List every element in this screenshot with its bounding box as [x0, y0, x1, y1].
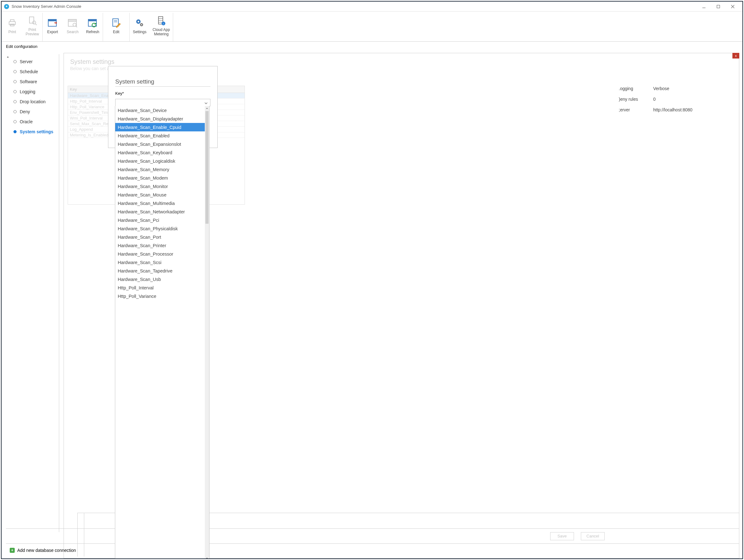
dropdown-option[interactable]: Hardware_Scan_Device: [115, 106, 205, 115]
svg-rect-1: [717, 5, 720, 8]
window-close-button[interactable]: [726, 2, 740, 11]
sidenav-item-oracle[interactable]: Oracle: [6, 117, 59, 127]
summary-value: http://localhost:8080: [653, 107, 692, 112]
ribbon-print-button[interactable]: Print: [2, 13, 22, 41]
dialog-title: System setting: [115, 78, 211, 87]
summary-values: .oggingVerbose)eny rules0;erverhttp://lo…: [619, 83, 732, 115]
svg-rect-13: [68, 19, 76, 21]
ribbon-export-button[interactable]: Export: [43, 13, 63, 41]
dropdown-option[interactable]: Hardware_Scan_Printer: [115, 241, 205, 250]
radio-bullet-icon: [13, 110, 16, 113]
key-combobox[interactable]: [115, 99, 211, 106]
page-magnify-icon: [27, 15, 38, 26]
server-info-icon: i: [156, 15, 166, 26]
svg-rect-5: [10, 20, 14, 22]
collapse-chevron-icon[interactable]: [7, 54, 9, 56]
document-tab[interactable]: Edit configuration: [2, 42, 742, 51]
sidenav-item-deny[interactable]: Deny: [6, 107, 59, 117]
svg-point-24: [141, 24, 142, 25]
sidenav-item-software[interactable]: Software: [6, 77, 59, 87]
radio-bullet-icon: [13, 70, 16, 73]
window-maximize-button[interactable]: [711, 2, 726, 11]
radio-bullet-icon: [13, 100, 16, 103]
summary-row: ;erverhttp://localhost:8080: [619, 105, 732, 115]
sidenav-item-label: Schedule: [20, 69, 38, 74]
window-title: Snow Inventory Server Admin Console: [11, 4, 81, 9]
scroll-up-icon[interactable]: [205, 106, 209, 111]
dropdown-option[interactable]: Hardware_Scan_Multimedia: [115, 199, 205, 207]
gears-icon: [134, 17, 145, 28]
svg-rect-17: [88, 19, 97, 21]
dropdown-option[interactable]: Hardware_Scan_Logicaldisk: [115, 157, 205, 165]
sidenav-item-label: Server: [20, 59, 33, 64]
ribbon: Print Print Preview Export: [2, 11, 742, 42]
dropdown-option[interactable]: Hardware_Scan_Port: [115, 233, 205, 241]
sidenav-item-schedule[interactable]: Schedule: [6, 67, 59, 77]
ribbon-settings-button[interactable]: Settings: [129, 13, 150, 41]
radio-bullet-icon: [13, 80, 16, 83]
sidenav-item-drop-location[interactable]: Drop location: [6, 97, 59, 107]
dropdown-option[interactable]: Hardware_Scan_Pci: [115, 216, 205, 224]
dropdown-option[interactable]: Hardware_Scan_Monitor: [115, 182, 205, 191]
document-pencil-icon: [111, 17, 121, 28]
summary-row: .oggingVerbose: [619, 83, 732, 94]
dropdown-option[interactable]: Hardware_Scan_Displayadapter: [115, 115, 205, 123]
dropdown-option[interactable]: Hardware_Scan_Usb: [115, 275, 205, 283]
ribbon-edit-button[interactable]: Edit: [103, 13, 129, 41]
calendar-refresh-icon: [87, 17, 98, 28]
chevron-down-icon: [204, 101, 209, 105]
sidenav-item-system-settings[interactable]: System settings: [6, 127, 59, 137]
sidenav-item-label: Oracle: [20, 119, 33, 124]
dropdown-option[interactable]: Hardware_Scan_Tapedrive: [115, 267, 205, 275]
sidenav-item-logging[interactable]: Logging: [6, 87, 59, 97]
dropdown-option[interactable]: Hardware_Scan_Expansionslot: [115, 140, 205, 148]
dropdown-option[interactable]: Hardware_Scan_Mouse: [115, 191, 205, 199]
svg-rect-7: [30, 17, 34, 23]
sidenav-item-label: Drop location: [20, 99, 46, 104]
dropdown-option[interactable]: Hardware_Scan_Enable_Cpuid: [115, 123, 205, 131]
plus-icon: +: [10, 548, 15, 553]
dropdown-option[interactable]: Hardware_Scan_Scsi: [115, 258, 205, 267]
summary-value: 0: [653, 97, 656, 102]
sidenav-item-label: Deny: [20, 109, 30, 114]
ribbon-cloud-metering-button[interactable]: i Cloud App Metering: [150, 13, 173, 41]
svg-rect-11: [48, 19, 57, 21]
summary-row: )eny rules0: [619, 94, 732, 105]
app-icon: [4, 4, 9, 9]
dropdown-option[interactable]: Hardware_Scan_Memory: [115, 165, 205, 174]
dropdown-option[interactable]: Hardware_Scan_Enabled: [115, 131, 205, 140]
dropdown-option[interactable]: Hardware_Scan_Modem: [115, 174, 205, 182]
panel-title: System settings: [70, 58, 733, 66]
sidenav-item-label: Software: [20, 79, 37, 84]
app-window: Snow Inventory Server Admin Console Prin…: [1, 1, 743, 559]
ribbon-refresh-button[interactable]: Refresh: [83, 13, 103, 41]
scroll-thumb[interactable]: [206, 111, 209, 224]
scroll-down-icon[interactable]: [205, 556, 209, 558]
sidenav-item-label: Logging: [20, 89, 35, 94]
dropdown-option[interactable]: Http_Poll_Interval: [115, 283, 205, 292]
ribbon-print-preview-button[interactable]: Print Preview: [22, 13, 42, 41]
svg-line-9: [35, 24, 37, 25]
panel-close-button[interactable]: x: [733, 53, 739, 58]
calendar-search-icon: [67, 17, 78, 28]
calendar-export-icon: [47, 17, 58, 28]
window-minimize-button[interactable]: [697, 2, 711, 11]
dropdown-option[interactable]: Hardware_Scan_Keyboard: [115, 148, 205, 157]
radio-bullet-icon: [13, 130, 16, 133]
ribbon-search-button[interactable]: Search: [63, 13, 83, 41]
printer-icon: [7, 17, 17, 28]
summary-key: ;erver: [619, 107, 646, 112]
svg-line-15: [76, 26, 77, 27]
radio-bullet-icon: [13, 60, 16, 63]
key-dropdown-list: Hardware_Scan_DeviceHardware_Scan_Displa…: [115, 106, 210, 558]
dropdown-scrollbar[interactable]: [205, 106, 209, 558]
dropdown-option[interactable]: Hardware_Scan_Networkadapter: [115, 207, 205, 216]
sidenav-item-server[interactable]: Server: [6, 56, 59, 67]
content-area: ServerScheduleSoftwareLoggingDrop locati…: [2, 51, 742, 558]
dropdown-option[interactable]: Http_Poll_Variance: [115, 292, 205, 300]
dropdown-option[interactable]: Hardware_Scan_Physicaldisk: [115, 224, 205, 233]
radio-bullet-icon: [13, 90, 16, 93]
summary-key: )eny rules: [619, 97, 646, 102]
dropdown-option[interactable]: Hardware_Scan_Processor: [115, 250, 205, 258]
sidenav-item-label: System settings: [20, 129, 53, 134]
